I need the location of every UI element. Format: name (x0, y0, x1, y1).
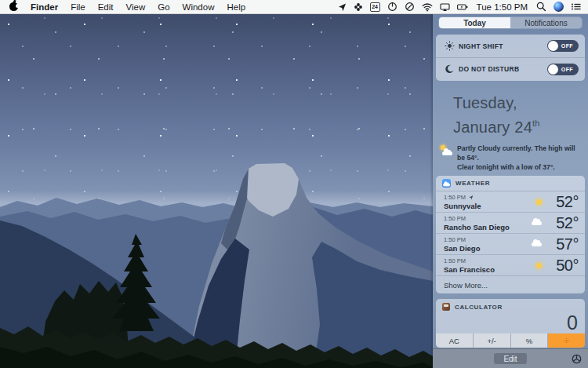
date-heading: Tuesday, January 24th (453, 93, 540, 137)
display-airplay-icon[interactable] (440, 2, 450, 12)
weather-title: WEATHER (456, 180, 490, 187)
calculator-widget: CALCULATOR 0 AC +/- % ÷ (436, 299, 585, 348)
weather-row-rancho-san-diego[interactable]: 1:50 PM Rancho San Diego 52° (436, 213, 585, 234)
weather-location: San Francisco (444, 265, 526, 274)
current-location-icon (468, 195, 474, 200)
calculator-buttons: AC +/- % ÷ (436, 333, 585, 348)
tab-today[interactable]: Today (439, 17, 510, 28)
menu-view[interactable]: View (126, 2, 146, 12)
menu-file[interactable]: File (71, 2, 85, 12)
forecast-summary-text: Partly Cloudy currently. The high will b… (457, 144, 582, 172)
do-not-disturb-label: DO NOT DISTURB (459, 65, 547, 73)
date-weekday: Tuesday, (453, 93, 540, 113)
calculator-header: CALCULATOR (436, 299, 585, 313)
weather-temp: 52° (546, 193, 579, 211)
toggle-knob (548, 41, 558, 51)
calc-button-ac[interactable]: AC (436, 333, 473, 348)
menu-help[interactable]: Help (227, 2, 245, 12)
flower-icon[interactable] (354, 2, 363, 12)
night-shift-toggle[interactable]: OFF (547, 40, 579, 52)
night-shift-row: NIGHT SHIFT OFF (436, 35, 585, 57)
desktop-wallpaper[interactable] (0, 14, 433, 368)
wifi-icon[interactable] (422, 2, 433, 12)
do-not-disturb-row: DO NOT DISTURB OFF (436, 57, 585, 80)
weather-row-san-diego[interactable]: 1:50 PM San Diego 57° (436, 234, 585, 255)
date-month-day: January 24th (453, 113, 540, 137)
siri-icon[interactable] (554, 2, 564, 12)
cloud-icon (526, 221, 542, 225)
menu-bar-clock[interactable]: Tue 1:50 PM (475, 2, 529, 12)
sun-icon (526, 199, 542, 205)
weather-temp: 57° (546, 235, 579, 253)
toggles-widget: NIGHT SHIFT OFF DO NOT DISTURB OFF (436, 35, 585, 81)
crescent-moon-icon (443, 64, 456, 74)
calc-button-divide[interactable]: ÷ (548, 333, 585, 348)
apple-menu-icon[interactable] (9, 2, 18, 11)
night-shift-state: OFF (561, 43, 573, 49)
menu-go[interactable]: Go (158, 2, 169, 12)
calc-button-plus-minus[interactable]: +/- (474, 333, 510, 348)
weather-widget: WEATHER 1:50 PM Sunnyvale 52° 1:50 PM Ra… (436, 176, 585, 293)
weather-app-icon (442, 179, 451, 188)
weather-header: WEATHER (436, 176, 585, 191)
menu-window[interactable]: Window (183, 2, 215, 12)
notification-center-footer: Edit (433, 348, 588, 368)
power-circle-icon[interactable] (387, 2, 397, 12)
calculator-title: CALCULATOR (455, 304, 503, 311)
widget-settings-icon[interactable] (572, 353, 582, 367)
do-not-disturb-toggle[interactable]: OFF (547, 64, 579, 75)
partly-cloudy-icon (440, 145, 453, 156)
spotlight-search-icon[interactable] (536, 2, 546, 12)
weather-temp: 52° (546, 214, 579, 232)
date-ordinal: th (532, 118, 540, 128)
show-more-link[interactable]: Show More... (436, 276, 585, 293)
weather-time: 1:50 PM (444, 236, 526, 243)
calendar-icon[interactable]: 24 (370, 2, 380, 12)
weather-time: 1:50 PM (444, 257, 526, 264)
toggle-knob (548, 64, 558, 75)
calculator-app-icon (442, 303, 450, 311)
menu-bar: Finder File Edit View Go Window Help 24 … (0, 0, 588, 14)
night-shift-icon (443, 41, 456, 51)
menu-app-name[interactable]: Finder (31, 2, 58, 12)
edit-button[interactable]: Edit (494, 353, 527, 364)
do-not-disturb-state: OFF (561, 67, 573, 72)
weather-location: San Diego (444, 244, 526, 253)
today-notifications-tabs: Today Notifications (439, 17, 582, 28)
menu-edit[interactable]: Edit (98, 2, 114, 12)
calc-button-percent[interactable]: % (511, 333, 548, 348)
weather-time: 1:50 PM (444, 194, 526, 201)
prohibit-circle-icon[interactable] (405, 2, 415, 12)
screen: Finder File Edit View Go Window Help 24 … (0, 0, 588, 368)
battery-charging-icon[interactable] (457, 2, 468, 12)
weather-location: Rancho San Diego (444, 223, 526, 231)
weather-row-san-francisco[interactable]: 1:50 PM San Francisco 50° (436, 255, 585, 276)
notification-center-icon[interactable] (571, 2, 582, 12)
tab-notifications[interactable]: Notifications (510, 17, 582, 28)
night-shift-label: NIGHT SHIFT (459, 42, 547, 50)
forecast-summary: Partly Cloudy currently. The high will b… (440, 144, 582, 172)
cloud-icon (526, 242, 542, 246)
location-arrow-icon[interactable] (337, 2, 347, 12)
weather-time: 1:50 PM (444, 215, 526, 222)
notification-center-panel: Today Notifications NIGHT SHIFT OFF DO N… (433, 14, 588, 368)
weather-location: Sunnyvale (444, 202, 526, 210)
calculator-display: 0 (436, 313, 585, 333)
weather-row-sunnyvale[interactable]: 1:50 PM Sunnyvale 52° (436, 191, 585, 213)
sun-icon (526, 263, 542, 268)
weather-temp: 50° (546, 257, 579, 275)
